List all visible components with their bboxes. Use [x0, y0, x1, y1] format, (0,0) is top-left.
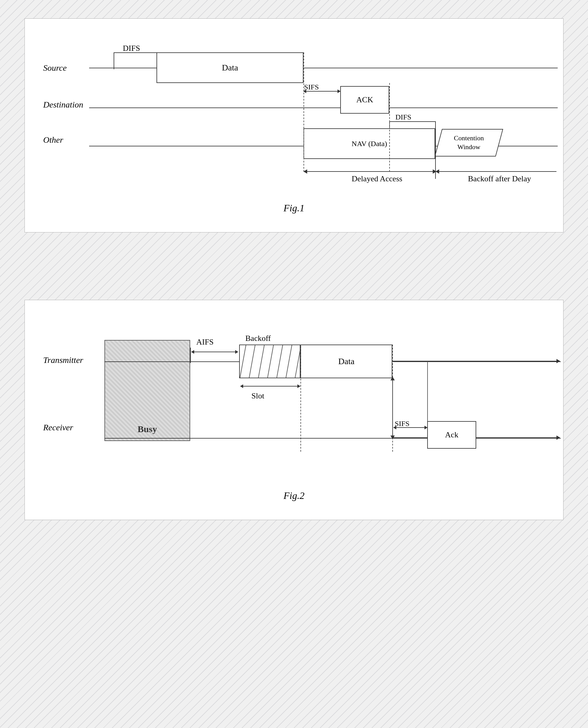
figure1-container: Source Destination Other DIFS Data SIFS: [24, 18, 564, 232]
svg-line-6: [295, 345, 300, 378]
busy-label: Busy: [138, 424, 157, 434]
difs2-label: DIFS: [395, 113, 411, 121]
svg-line-2: [258, 345, 264, 378]
destination-label: Destination: [43, 100, 83, 110]
transmitter-arrow-line: [392, 361, 558, 361]
fig2-diagram: Transmitter Receiver Busy AIFS: [43, 315, 545, 481]
backoff-line: [437, 171, 556, 172]
svg-line-1: [249, 345, 255, 378]
sifs-label: SIFS: [304, 83, 319, 91]
vdash-2: [389, 83, 390, 172]
ack-box: ACK: [340, 86, 389, 113]
backoff-label: Backoff: [245, 334, 271, 343]
backoff-lines-svg: [240, 345, 300, 378]
slot-arrow: [240, 386, 300, 387]
receiver-timeline: [104, 438, 561, 439]
svg-line-0: [240, 345, 246, 378]
difs2-top: [389, 121, 436, 122]
svg-line-5: [286, 345, 292, 378]
backoff-left-arrow: [436, 169, 439, 174]
delayed-access-left-arrow: [303, 169, 307, 174]
difs-left-tick: [113, 53, 114, 69]
vert-arrow-line: [392, 378, 393, 436]
difs-label: DIFS: [123, 44, 140, 53]
nav-box: NAV (Data): [303, 128, 435, 159]
data-box-fig2: Data: [300, 345, 392, 378]
receiver-arrowhead: [556, 436, 560, 440]
fig1-diagram: Source Destination Other DIFS Data SIFS: [43, 34, 545, 193]
vdash-fig2-1: [300, 345, 301, 452]
dest-timeline: [89, 107, 558, 108]
svg-line-3: [267, 345, 273, 378]
vdash-1: [303, 53, 304, 172]
transmitter-arrowhead: [556, 359, 560, 363]
slot-label: Slot: [251, 391, 264, 401]
vert-arrowhead-up: [391, 377, 395, 380]
fig2-caption: Fig.2: [43, 490, 545, 501]
source-label: Source: [43, 63, 67, 73]
fig1-caption: Fig.1: [43, 203, 545, 214]
data-box: Data: [156, 53, 303, 83]
delayed-access-label: Delayed Access: [328, 174, 426, 184]
vdash-fig2-3: [427, 361, 428, 421]
aifs-left: [190, 348, 191, 363]
busy-box: Busy: [104, 340, 190, 441]
sifs-label-fig2: SIFS: [395, 420, 410, 428]
page: Source Destination Other DIFS Data SIFS: [0, 0, 588, 728]
contention-window-box: ContentionWindow: [435, 129, 503, 157]
receiver-label: Receiver: [43, 423, 73, 433]
delayed-access-line: [305, 171, 434, 172]
backoff-after-delay-label: Backoff after Delay: [444, 174, 554, 184]
svg-line-4: [276, 345, 283, 378]
figure2-container: Transmitter Receiver Busy AIFS: [24, 300, 564, 520]
aifs-label: AIFS: [196, 337, 213, 347]
aifs-arrow: [191, 352, 238, 352]
backoff-box: [239, 345, 300, 378]
ack-box-fig2: Ack: [427, 421, 476, 449]
transmitter-label: Transmitter: [43, 355, 83, 365]
other-label: Other: [43, 135, 63, 145]
